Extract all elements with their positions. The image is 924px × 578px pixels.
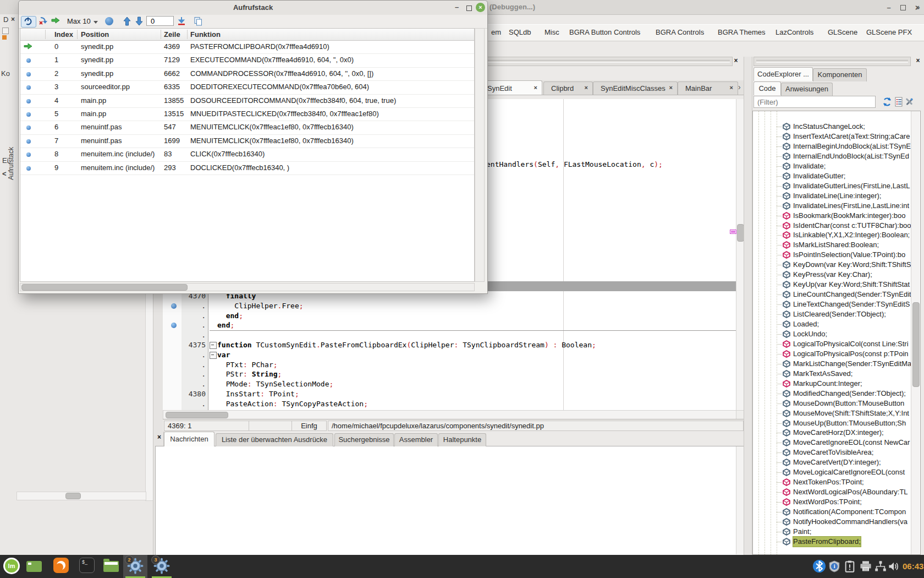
callstack-hscrollbar[interactable] <box>20 283 475 291</box>
palette-tab-misc[interactable]: Misc <box>544 28 559 36</box>
tab-komponenten[interactable]: Komponenten <box>813 68 867 81</box>
stack-frame-row[interactable]: 2synedit.pp6662COMMANDPROCESSOR(0x7fffea… <box>20 67 474 81</box>
tree-item[interactable]: MoveCaretHorz(DX:integer); <box>753 428 920 438</box>
tree-item[interactable]: IsMarkListShared:Boolean; <box>753 240 920 250</box>
tree-item[interactable]: IsLinkable(Y,X1,X2:Integer):Boolean; <box>753 230 920 240</box>
editor-tab-mainbar[interactable]: MainBar× <box>678 81 738 95</box>
tree-item[interactable]: InternalBeginUndoBlock(aList:TSynE <box>753 141 920 151</box>
breakpoint-disable-icon[interactable] <box>38 17 48 27</box>
tree-item[interactable]: LogicalToPhysicalPos(const p:TPoin <box>753 349 920 359</box>
palette-tab-bgra-button-controls[interactable]: BGRA Button Controls <box>569 28 640 36</box>
tree-item[interactable]: IncStatusChangeLock; <box>753 122 920 132</box>
column-position[interactable]: Position <box>81 30 109 39</box>
messages-tab-assembler[interactable]: Assembler <box>394 433 438 446</box>
main-restore-button[interactable] <box>899 3 908 12</box>
power-toggle-button[interactable] <box>21 16 36 28</box>
palette-tab-glscene-pfx[interactable]: GLScene PFX <box>866 28 912 36</box>
callstack-restore-button[interactable] <box>466 6 472 11</box>
tree-item[interactable]: NotifyHookedCommandHandlers(va <box>753 517 920 527</box>
max-depth-dropdown[interactable]: Max 10 <box>67 17 98 25</box>
stack-frame-row[interactable]: 7menuintf.pas1699MENUITEMCLICK(0x7fffeac… <box>20 134 474 148</box>
editor-tab-clipbrd[interactable]: Clipbrd× <box>543 81 593 95</box>
tree-item[interactable]: Loaded; <box>753 319 920 329</box>
palette-overflow-icon[interactable]: > <box>915 3 920 12</box>
stack-frame-row[interactable]: 5main.pp13515MNUEDITPASTECLICKED(0x7fffe… <box>20 107 474 121</box>
tree-item[interactable]: MarkTextAsSaved; <box>753 369 920 379</box>
palette-tab-bgra-controls[interactable]: BGRA Controls <box>656 28 704 36</box>
palette-tab-lazcontrols[interactable]: LazControls <box>776 28 813 36</box>
tree-item[interactable]: MarkListChange(Sender:TSynEditMa <box>753 359 920 369</box>
files-launcher[interactable] <box>103 561 119 572</box>
codeexplorer-dock-grabber[interactable] <box>754 57 911 66</box>
palette-tab-bgra-themes[interactable]: BGRA Themes <box>718 28 765 36</box>
left-dock-hscroll-thumb[interactable] <box>65 493 81 499</box>
code-fold-icon[interactable] <box>210 352 217 359</box>
code-fold-icon[interactable] <box>210 342 217 349</box>
show-desktop-button[interactable] <box>26 561 42 572</box>
tab-anweisungen[interactable]: Anweisungen <box>781 83 833 96</box>
messages-tab-suchergebnisse[interactable]: Suchergebnisse <box>334 433 394 446</box>
editor-vscrollbar[interactable] <box>736 99 744 410</box>
palette-tab-sqldb[interactable]: SQLdb <box>509 28 531 36</box>
terminal-launcher[interactable]: $_ <box>79 558 95 573</box>
stack-frame-row[interactable]: 8menuitem.inc (include/)83CLICK(0x7fffec… <box>20 148 474 161</box>
editor-tab-syneditmiscclasses[interactable]: SynEditMiscClasses× <box>593 81 678 95</box>
network-icon[interactable] <box>875 560 887 574</box>
tree-item[interactable]: Paint; <box>753 527 920 537</box>
update-manager-icon[interactable]: i <box>828 560 840 574</box>
left-dock-hscrollbar[interactable] <box>16 492 146 500</box>
tree-item[interactable]: KeyPress(var Key:Char); <box>753 270 920 280</box>
explorer-filter-input[interactable] <box>754 96 876 108</box>
right-splitter[interactable] <box>744 57 752 555</box>
tree-item[interactable]: InsertTextAtCaret(aText:String;aCare <box>753 132 920 141</box>
messages-tab-nachrichten[interactable]: Nachrichten <box>164 432 215 446</box>
clock[interactable]: 06:43 <box>903 561 923 571</box>
tree-item[interactable]: IsPointInSelection(Value:TPoint):bo <box>753 250 920 260</box>
firefox-launcher[interactable] <box>53 558 69 573</box>
stack-frame-row[interactable]: 0synedit.pp4369PASTEFROMCLIPBOARD(0x7fff… <box>20 40 474 54</box>
callstack-titlebar[interactable]: Aufrufstack – × <box>19 1 487 15</box>
callstack-window[interactable]: Aufrufstack – × Max 10 <box>18 0 488 294</box>
callstack-close-button[interactable]: × <box>476 3 485 12</box>
left-dock-collapse-icon[interactable]: < <box>2 170 7 178</box>
tree-item[interactable]: MoveCaretIgnoreEOL(const NewCar <box>753 438 920 448</box>
document-options-icon[interactable] <box>894 97 904 107</box>
tab-close-icon[interactable]: × <box>534 84 537 91</box>
messages-content[interactable] <box>155 446 745 556</box>
tree-item[interactable]: InvalidateLine(Line:integer); <box>753 191 920 201</box>
editor-tabs-scroll-icon[interactable]: › <box>738 83 741 91</box>
column-zeile[interactable]: Zeile <box>164 30 180 39</box>
callstack-vscrollbar[interactable] <box>475 28 485 282</box>
main-minimize-button[interactable]: – <box>884 3 893 12</box>
tree-item[interactable]: MoveCaretToVisibleArea; <box>753 448 920 457</box>
stack-frame-row[interactable]: 1synedit.pp7129EXECUTECOMMAND(0x7fffea4d… <box>20 53 474 67</box>
tree-item[interactable]: NextWordPos:TPoint; <box>753 497 920 507</box>
tree-item[interactable]: MouseMove(Shift:TShiftState;X,Y:Int <box>753 408 920 418</box>
tree-item[interactable]: LineTextChanged(Sender:TSynEditS <box>753 299 920 309</box>
tab-close-icon[interactable]: × <box>585 84 588 91</box>
tab-codeexplorer[interactable]: CodeExplorer ... <box>754 67 813 81</box>
frame-index-input[interactable] <box>146 16 174 26</box>
callstack-list[interactable]: Index Position Zeile Funktion 0synedit.p… <box>20 28 475 282</box>
tab-close-icon[interactable]: × <box>669 84 673 91</box>
tree-item[interactable]: ListCleared(Sender:TObject); <box>753 309 920 319</box>
tree-item[interactable]: KeyUp(var Key:Word;Shift:TShiftStat <box>753 280 920 290</box>
round-blue-icon[interactable] <box>105 17 113 25</box>
tree-item[interactable]: MoveLogicalCaretIgnoreEOL(const <box>753 467 920 477</box>
tree-item[interactable]: LogicalToPhysicalCol(const Line:Stri <box>753 339 920 349</box>
volume-icon[interactable] <box>888 560 900 574</box>
tree-item[interactable]: InvalidateLines(FirstLine,LastLine:int <box>753 201 920 211</box>
editor-vscroll-thumb[interactable] <box>737 224 744 242</box>
tree-vscrollbar[interactable] <box>911 111 920 554</box>
tree-item[interactable]: MouseUp(Button:TMouseButton;Sh <box>753 418 920 428</box>
stack-frame-row[interactable]: 6menuintf.pas547MENUITEMCLICK(0x7fffeac1… <box>20 121 474 134</box>
tree-vscroll-thumb[interactable] <box>912 302 920 387</box>
tab-close-icon[interactable]: × <box>730 84 733 91</box>
copy-icon[interactable] <box>194 17 202 28</box>
left-dock-close-icon[interactable]: × <box>11 15 15 23</box>
tree-item[interactable]: Invalidate; <box>753 161 920 171</box>
tools-icon[interactable] <box>904 97 914 107</box>
codeexplorer-tree[interactable]: IncStatusChangeLock;InsertTextAtCaret(aT… <box>752 111 921 555</box>
column-index[interactable]: Index <box>54 30 73 39</box>
messages-tab-liste[interactable]: Liste der überwachten Ausdrücke <box>216 433 333 446</box>
